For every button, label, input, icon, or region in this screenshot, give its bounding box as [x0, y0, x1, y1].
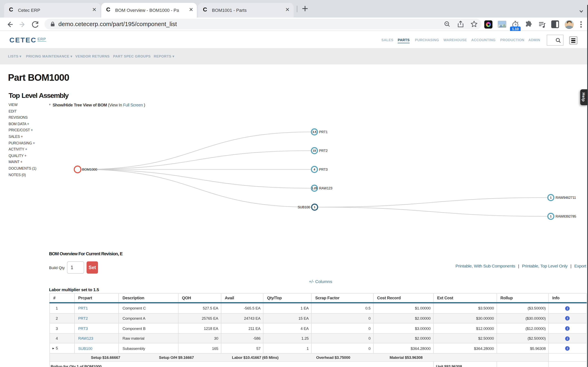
- svg-text:BOM1000: BOM1000: [82, 167, 97, 171]
- svg-text:RAW9462711: RAW9462711: [555, 196, 576, 200]
- svg-text:1: 1: [550, 215, 552, 218]
- svg-text:SUB100: SUB100: [298, 205, 310, 209]
- svg-text:PRT1: PRT1: [319, 130, 328, 134]
- svg-text:3.5: 3.5: [312, 130, 316, 133]
- svg-text:1: 1: [550, 196, 552, 199]
- svg-text:RAW8392785: RAW8392785: [555, 215, 576, 218]
- svg-text:PRT2: PRT2: [319, 149, 328, 152]
- svg-text:15: 15: [313, 149, 316, 152]
- svg-text:RAW123: RAW123: [319, 186, 332, 190]
- svg-text:1.25: 1.25: [311, 187, 317, 190]
- svg-text:PRT3: PRT3: [319, 167, 328, 171]
- svg-text:1: 1: [314, 206, 315, 209]
- svg-text:4: 4: [314, 168, 315, 171]
